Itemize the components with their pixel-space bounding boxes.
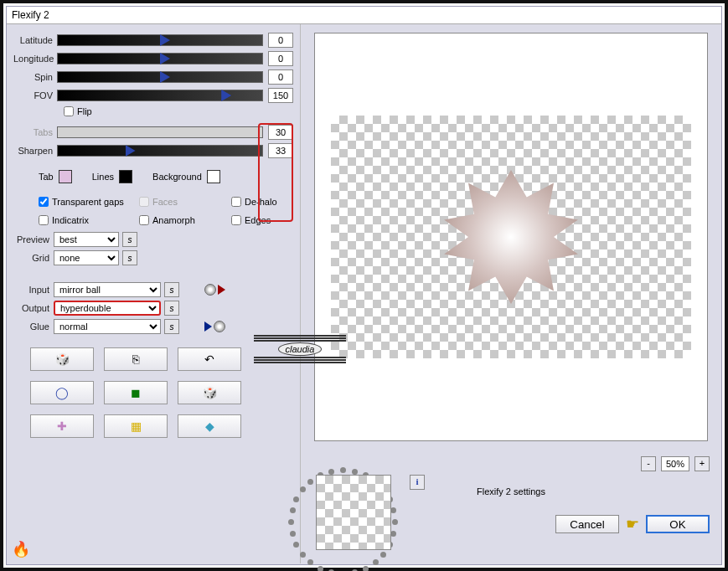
latitude-value[interactable]: 0 [268, 33, 293, 48]
input-select[interactable]: mirror ball [54, 282, 161, 297]
preview-settings-icon[interactable]: s [122, 232, 137, 247]
preset-btn-plus[interactable]: ✚ [30, 414, 94, 438]
grid-label: Grid [13, 253, 54, 263]
indicatrix-check[interactable]: Indicatrix [39, 215, 139, 225]
settings-caption: Flexify 2 settings [312, 486, 710, 496]
output-row: Output hyperdouble s [13, 301, 293, 316]
checkbox-grid: Transparent gaps Faces De-halo Indicatri… [39, 197, 293, 225]
fov-label: FOV [13, 90, 57, 100]
sharpen-row: Sharpen 33 [13, 143, 293, 158]
flame-icon[interactable]: 🔥 [12, 540, 30, 558]
watermark: claudia [254, 334, 346, 364]
window: Flexify 2 Latitude 0 Longitude 0 Spin 0 … [6, 6, 722, 565]
input-settings-icon[interactable]: s [164, 282, 179, 297]
preview-label: Preview [13, 234, 54, 244]
grid-settings-icon[interactable]: s [122, 250, 137, 265]
latitude-slider[interactable] [57, 34, 263, 46]
preset-btn-square[interactable]: ◼ [104, 381, 168, 404]
zoom-controls: - 50% + [312, 456, 710, 471]
latitude-row: Latitude 0 [13, 33, 293, 48]
preset-btn-lego[interactable]: ▦ [104, 414, 168, 438]
slider-thumb[interactable] [160, 34, 170, 46]
watermark-text: claudia [278, 342, 323, 356]
glue-settings-icon[interactable]: s [164, 319, 179, 334]
spin-label: Spin [13, 72, 57, 82]
preview-pane[interactable] [314, 33, 708, 441]
output-label: Output [13, 303, 54, 313]
fov-value[interactable]: 150 [268, 88, 293, 103]
tabs-row: Tabs 30 [13, 125, 293, 140]
preset-btn-1[interactable]: 🎲 [30, 347, 94, 371]
slider-thumb[interactable] [160, 71, 170, 83]
play-blue-button[interactable] [204, 321, 225, 332]
highlight-values [258, 123, 293, 222]
spin-row: Spin 0 [13, 69, 293, 85]
flip-checkbox[interactable] [64, 106, 74, 116]
grid-row: Grid none s [13, 250, 293, 265]
grid-select[interactable]: none [54, 250, 119, 265]
anamorph-check[interactable]: Anamorph [139, 215, 231, 225]
rendered-shape [440, 166, 582, 308]
slider-thumb[interactable] [126, 145, 136, 157]
glue-select[interactable]: normal [54, 319, 161, 334]
pointing-hand-icon: ☛ [626, 515, 639, 533]
controls-panel: Latitude 0 Longitude 0 Spin 0 FOV 150 Fl… [7, 24, 300, 563]
checker-bg [331, 116, 691, 358]
spin-value[interactable]: 0 [268, 69, 293, 85]
glue-row: Glue normal s [13, 319, 293, 334]
fov-slider[interactable] [57, 90, 263, 101]
longitude-value[interactable]: 0 [268, 51, 293, 66]
input-row: Input mirror ball s [13, 282, 293, 297]
preview-select[interactable]: best [54, 232, 119, 247]
play-icon [204, 322, 212, 332]
glue-label: Glue [13, 322, 54, 332]
slider-thumb[interactable] [160, 53, 170, 64]
sharpen-slider[interactable] [57, 145, 263, 157]
disc-icon [204, 284, 216, 296]
swatch-row: Tab Lines Background [39, 170, 293, 183]
longitude-label: Longitude [13, 54, 57, 64]
input-label: Input [13, 285, 54, 295]
sharpen-label: Sharpen [13, 146, 57, 156]
flip-row: Flip [64, 106, 293, 116]
fov-row: FOV 150 [13, 88, 293, 103]
tab-color-swatch[interactable] [59, 170, 72, 183]
faces-check: Faces [139, 197, 231, 207]
tabs-label: Tabs [13, 127, 57, 137]
latitude-label: Latitude [13, 35, 57, 45]
spin-slider[interactable] [57, 71, 263, 83]
ok-button[interactable]: OK [646, 515, 710, 533]
dialog-buttons: Cancel ☛ OK [312, 515, 710, 533]
longitude-row: Longitude 0 [13, 51, 293, 66]
tabs-slider [57, 126, 263, 138]
preset-btn-gem[interactable]: ◆ [178, 414, 241, 438]
preset-btn-copy[interactable]: ⎘ [104, 347, 168, 371]
content: Latitude 0 Longitude 0 Spin 0 FOV 150 Fl… [7, 24, 721, 563]
disc-icon [214, 321, 225, 332]
window-title: Flexify 2 [7, 7, 721, 24]
zoom-in-button[interactable]: + [694, 456, 710, 471]
slider-thumb[interactable] [221, 90, 231, 101]
preset-btn-undo[interactable]: ↶ [178, 347, 241, 371]
preview-panel: claudia i ^ - 50% + Flexify 2 settings C… [300, 24, 721, 563]
longitude-slider[interactable] [57, 53, 263, 64]
lines-color-swatch[interactable] [119, 170, 132, 183]
bottom-bar: - 50% + Flexify 2 settings Cancel ☛ OK [301, 451, 721, 538]
play-icon [218, 285, 225, 295]
play-red-button[interactable] [204, 284, 225, 296]
lines-swatch-label: Lines [92, 172, 114, 182]
preset-btn-dice[interactable]: 🎲 [178, 381, 241, 404]
preview-row: Preview best s [13, 232, 293, 247]
flip-label: Flip [77, 106, 92, 116]
zoom-pct[interactable]: 50% [661, 456, 689, 471]
tab-swatch-label: Tab [39, 172, 54, 182]
output-settings-icon[interactable]: s [164, 301, 179, 316]
app-frame: Flexify 2 Latitude 0 Longitude 0 Spin 0 … [0, 0, 728, 571]
bg-swatch-label: Background [152, 172, 202, 182]
zoom-out-button[interactable]: - [641, 456, 656, 471]
transparent-gaps-check[interactable]: Transparent gaps [39, 197, 139, 207]
output-select[interactable]: hyperdouble [54, 301, 161, 316]
preset-btn-ring[interactable]: ◯ [30, 381, 94, 404]
bg-color-swatch[interactable] [207, 170, 220, 183]
cancel-button[interactable]: Cancel [555, 515, 619, 533]
